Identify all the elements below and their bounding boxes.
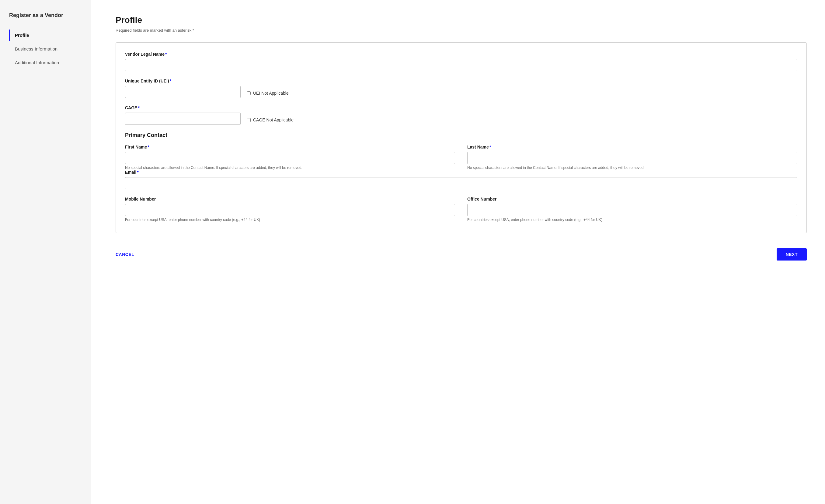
first-name-input[interactable] bbox=[125, 152, 455, 164]
uei-group: Unique Entity ID (UEI)* UEI Not Applicab… bbox=[125, 78, 797, 98]
mobile-label: Mobile Number bbox=[125, 197, 455, 202]
footer-actions: CANCEL NEXT bbox=[116, 245, 807, 261]
page-title: Profile bbox=[116, 15, 807, 25]
cage-input-wrapper bbox=[125, 113, 241, 125]
required-star-firstname: * bbox=[148, 145, 149, 149]
required-star-lastname: * bbox=[490, 145, 491, 149]
mobile-group: Mobile Number For countries except USA, … bbox=[125, 197, 455, 222]
last-name-hint: No special characters are allowed in the… bbox=[467, 165, 797, 170]
profile-form: Vendor Legal Name* Unique Entity ID (UEI… bbox=[116, 42, 807, 233]
last-name-col: Last Name* No special characters are all… bbox=[467, 145, 797, 170]
uei-input[interactable] bbox=[125, 86, 241, 98]
cage-row: CAGE Not Applicable bbox=[125, 113, 797, 125]
required-star-uei: * bbox=[170, 78, 171, 83]
office-hint: For countries except USA, enter phone nu… bbox=[467, 218, 797, 222]
cage-input[interactable] bbox=[125, 113, 241, 125]
first-name-hint: No special characters are allowed in the… bbox=[125, 165, 455, 170]
office-col: Office Number For countries except USA, … bbox=[467, 197, 797, 222]
uei-label: Unique Entity ID (UEI)* bbox=[125, 78, 797, 83]
primary-contact-heading: Primary Contact bbox=[125, 132, 797, 139]
required-star-email: * bbox=[137, 170, 138, 175]
mobile-col: Mobile Number For countries except USA, … bbox=[125, 197, 455, 222]
sidebar-nav: Profile Business Information Additional … bbox=[9, 29, 82, 68]
uei-row: UEI Not Applicable bbox=[125, 86, 797, 98]
uei-not-applicable-label[interactable]: UEI Not Applicable bbox=[253, 91, 289, 95]
cage-checkbox-area: CAGE Not Applicable bbox=[247, 118, 294, 122]
sidebar-item-business-information[interactable]: Business Information bbox=[9, 43, 82, 55]
main-content: Profile Required fields are marked with … bbox=[91, 0, 825, 504]
cage-group: CAGE* CAGE Not Applicable bbox=[125, 105, 797, 125]
mobile-hint: For countries except USA, enter phone nu… bbox=[125, 218, 455, 222]
first-name-col: First Name* No special characters are al… bbox=[125, 145, 455, 170]
office-group: Office Number For countries except USA, … bbox=[467, 197, 797, 222]
cage-not-applicable-label[interactable]: CAGE Not Applicable bbox=[253, 118, 294, 122]
sidebar: Register as a Vendor Profile Business In… bbox=[0, 0, 91, 504]
cage-not-applicable-checkbox[interactable] bbox=[247, 118, 251, 122]
first-name-label: First Name* bbox=[125, 145, 455, 149]
phone-row: Mobile Number For countries except USA, … bbox=[125, 197, 797, 222]
sidebar-item-additional-information[interactable]: Additional Information bbox=[9, 57, 82, 68]
required-star-cage: * bbox=[138, 105, 139, 110]
office-label: Office Number bbox=[467, 197, 797, 202]
last-name-group: Last Name* No special characters are all… bbox=[467, 145, 797, 170]
sidebar-item-profile[interactable]: Profile bbox=[9, 29, 82, 41]
email-input[interactable] bbox=[125, 177, 797, 189]
uei-not-applicable-checkbox[interactable] bbox=[247, 91, 251, 95]
cage-label: CAGE* bbox=[125, 105, 797, 110]
vendor-legal-name-group: Vendor Legal Name* bbox=[125, 52, 797, 71]
sidebar-title: Register as a Vendor bbox=[9, 12, 82, 18]
next-button[interactable]: NEXT bbox=[777, 248, 807, 261]
first-name-group: First Name* No special characters are al… bbox=[125, 145, 455, 170]
cancel-button[interactable]: CANCEL bbox=[116, 249, 134, 260]
vendor-legal-name-input[interactable] bbox=[125, 59, 797, 71]
last-name-input[interactable] bbox=[467, 152, 797, 164]
mobile-input[interactable] bbox=[125, 204, 455, 216]
uei-checkbox-area: UEI Not Applicable bbox=[247, 91, 289, 95]
last-name-label: Last Name* bbox=[467, 145, 797, 149]
email-group: Email* bbox=[125, 170, 797, 189]
office-input[interactable] bbox=[467, 204, 797, 216]
email-label: Email* bbox=[125, 170, 797, 175]
uei-input-wrapper bbox=[125, 86, 241, 98]
name-row: First Name* No special characters are al… bbox=[125, 145, 797, 170]
required-star-vendor: * bbox=[165, 52, 167, 57]
required-note: Required fields are marked with an aster… bbox=[116, 28, 807, 32]
vendor-legal-name-label: Vendor Legal Name* bbox=[125, 52, 797, 57]
